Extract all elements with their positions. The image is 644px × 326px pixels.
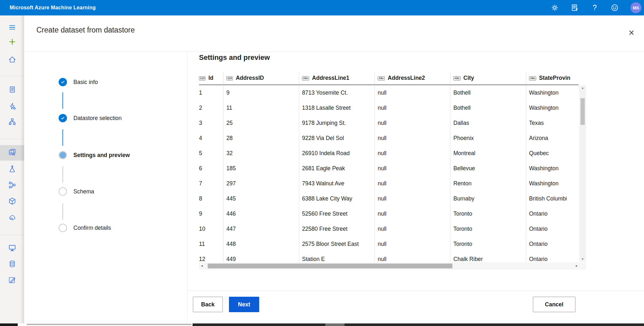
column-label: AddressLine2 (388, 75, 425, 81)
table-cell: 9178 Jumping St. (302, 116, 374, 131)
table-cell: 7 (199, 176, 223, 191)
table-cell: 12 (199, 252, 223, 262)
sidebar-item-experiments[interactable] (0, 163, 24, 177)
table-cell: 26910 Indela Road (302, 146, 374, 161)
table-cell: Ontario (529, 237, 579, 252)
column-type-icon: Abc (378, 76, 385, 80)
checkmark-icon (61, 116, 65, 120)
column-separator (299, 72, 299, 262)
table-row: 53226910 Indela RoadnullMontrealQuebec (199, 146, 579, 161)
menu-icon (8, 23, 16, 33)
column-separator (223, 72, 223, 262)
table-cell: 11 (226, 100, 299, 116)
next-button[interactable]: Next (229, 297, 259, 312)
column-type-icon: Abc (453, 76, 460, 80)
horizontal-scroll-thumb[interactable] (208, 264, 452, 268)
window-edge-line (27, 324, 192, 325)
help-glyph: ? (593, 4, 597, 12)
close-icon[interactable]: × (625, 26, 638, 39)
column-header-addressline1: AbcAddressLine1 (302, 72, 374, 84)
table-cell: Phoenix (453, 131, 526, 146)
table-cell: Washington (529, 176, 579, 191)
sidebar-item-compute[interactable] (0, 241, 24, 256)
vertical-scroll-thumb[interactable] (581, 98, 585, 125)
horizontal-scrollbar[interactable]: ◄ ► (199, 262, 586, 270)
scroll-down-icon[interactable]: ▼ (579, 257, 586, 261)
sidebar-item-designer[interactable] (0, 115, 24, 129)
user-avatar[interactable]: MS (630, 2, 641, 13)
create-dataset-dialog: Create dataset from datastore × Basic in… (24, 15, 644, 323)
help-icon[interactable]: ? (591, 4, 599, 12)
table-cell: Station E (302, 252, 374, 262)
scroll-left-icon[interactable]: ◄ (200, 262, 204, 270)
column-type-icon: 123 (226, 76, 233, 80)
table-cell: Chalk Riber (453, 252, 526, 262)
step-indicator-upcoming[interactable] (59, 224, 67, 232)
step-label[interactable]: Settings and preview (73, 151, 130, 159)
settings-gear-icon[interactable] (551, 4, 559, 12)
sidebar-item-menu[interactable] (0, 21, 24, 35)
sidebar-item-home[interactable] (0, 53, 24, 67)
table-cell: 10 (199, 221, 223, 237)
step-indicator-current[interactable] (59, 151, 67, 159)
cube-icon (8, 197, 16, 207)
dialog-title: Create dataset from datastore (36, 26, 135, 34)
step-indicator-completed[interactable] (59, 114, 67, 122)
table-cell: 52560 Free Street (302, 206, 374, 221)
vertical-scrollbar[interactable]: ▲ ▼ (579, 85, 586, 262)
table-cell: British Columbi (529, 191, 579, 206)
taskbar-strip-segment (325, 323, 345, 326)
table-row: 198713 Yosemite Ct.nullBothellWashington (199, 85, 579, 100)
feedback-smiley-icon[interactable] (611, 4, 619, 12)
step-indicator-completed[interactable] (59, 78, 67, 86)
top-app-bar: Microsoft Azure Machine Learning ? MS (0, 0, 644, 15)
table-cell: 447 (226, 221, 299, 237)
table-cell: 9 (199, 206, 223, 221)
taskbar-strip-left (0, 323, 18, 326)
sidebar-item-datasets[interactable] (0, 145, 24, 161)
table-row: 72977943 Walnut AvenullRentonWashington (199, 176, 579, 191)
scroll-up-icon[interactable]: ▲ (579, 86, 586, 89)
pipelines-icon (8, 181, 16, 191)
step-label[interactable]: Confirm details (73, 224, 111, 232)
table-cell: Renton (453, 176, 526, 191)
table-cell: Bothell (453, 85, 526, 100)
table-cell: 448 (226, 237, 299, 252)
step-label[interactable]: Schema (73, 187, 94, 196)
table-row: 12449Station EnullChalk RiberOntario (199, 252, 579, 262)
table-row: 3259178 Jumping St.nullDallasTexas (199, 116, 579, 131)
sidebar-item-automated-ml[interactable] (0, 100, 24, 114)
sidebar-item-pipelines[interactable] (0, 179, 24, 193)
table-cell: 9 (226, 85, 299, 100)
table-cell: null (378, 176, 450, 191)
step-label[interactable]: Basic info (73, 78, 98, 86)
table-cell: Bellevue (453, 161, 526, 176)
automl-icon (8, 102, 16, 112)
back-button[interactable]: Back (193, 297, 223, 312)
table-cell: 449 (226, 252, 299, 262)
scroll-right-icon[interactable]: ► (574, 262, 579, 270)
table-cell: 3 (199, 116, 223, 131)
sidebar-item-data-labeling[interactable] (0, 274, 24, 288)
table-cell: Toronto (453, 221, 526, 237)
sidebar-item-notebooks[interactable] (0, 83, 24, 97)
sidebar-item-models[interactable] (0, 195, 24, 209)
table-cell: null (378, 116, 450, 131)
app-title: Microsoft Azure Machine Learning (10, 0, 96, 15)
step-indicator-upcoming[interactable] (59, 187, 67, 196)
table-cell: 4 (199, 131, 223, 146)
sidebar-item-datastores[interactable] (0, 257, 24, 272)
table-cell: Texas (529, 116, 579, 131)
sidebar-item-endpoints[interactable] (0, 211, 24, 225)
step-label[interactable]: Datastore selection (73, 114, 122, 122)
cancel-button[interactable]: Cancel (533, 297, 575, 312)
release-notes-icon[interactable] (571, 4, 579, 12)
sidebar-item-new[interactable] (0, 35, 24, 50)
table-cell: null (378, 221, 450, 237)
table-cell: Dallas (453, 116, 526, 131)
table-cell: Ontario (529, 252, 579, 262)
step-connector (62, 92, 63, 109)
table-cell: Quebec (529, 146, 579, 161)
column-header-stateprovin: AbcStateProvin (529, 72, 579, 84)
table-cell: Washington (529, 161, 579, 176)
